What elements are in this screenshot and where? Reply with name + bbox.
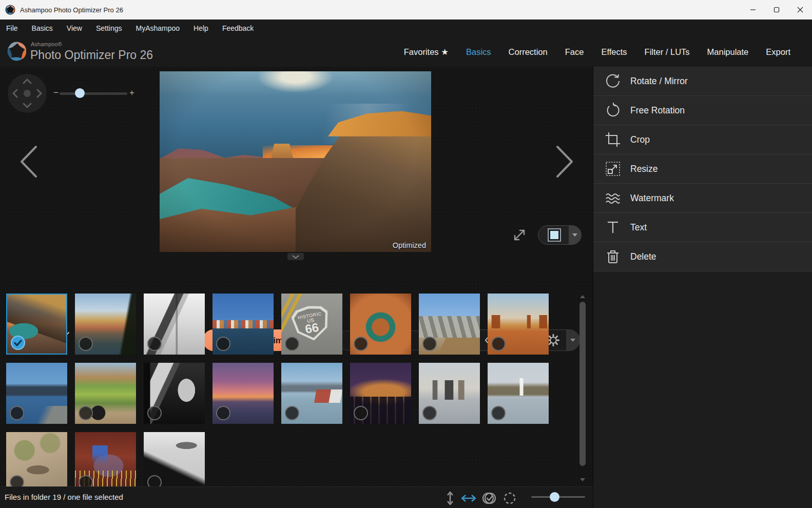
selection-badge[interactable] [147,406,162,420]
tab-manipulate[interactable]: Manipulate [707,47,749,57]
thumbnail-buddha-statue[interactable] [6,432,67,486]
header: Ashampoo® Photo Optimizer Pro 26 Favorit… [0,37,812,67]
thumbnail-monument-valley[interactable] [488,294,549,355]
fullscreen-icon[interactable] [511,226,528,244]
view-mode-button[interactable] [538,225,582,245]
select-all-icon[interactable] [481,491,497,506]
thumbnail-mailboxes[interactable] [419,294,480,355]
thumbnail-red-boathouse[interactable] [281,363,342,424]
delete-icon [605,248,621,265]
tool-text[interactable]: Text [593,213,812,242]
selection-badge[interactable] [147,337,162,351]
selection-badge[interactable] [147,475,162,486]
scroll-up-icon[interactable] [579,294,586,299]
tab-favorites[interactable]: Favorites ★ [404,47,449,57]
menu-file[interactable]: File [6,24,18,32]
fit-height-icon[interactable] [444,491,456,505]
previous-image-button[interactable] [16,144,40,180]
menu-view[interactable]: View [67,24,82,32]
selection-badge[interactable] [422,406,437,420]
view-mode-dropdown[interactable] [569,226,581,244]
canvas-area: − + Optimized [0,67,593,486]
zoom-slider: − + [51,87,139,100]
menu-help[interactable]: Help [194,24,208,32]
status-bar: Files in folder 19 / one file selected [0,486,593,508]
maximize-button[interactable] [765,0,788,19]
tab-face[interactable]: Face [565,47,584,57]
thumbnail-night-city[interactable] [350,363,411,424]
minimize-button[interactable] [741,0,765,19]
scrollbar-thumb[interactable] [579,302,586,466]
refresh-dashed-icon[interactable] [502,491,517,506]
zoom-slider-track[interactable] [60,92,127,95]
zoom-in-icon[interactable]: + [129,88,134,98]
brand-name-small: Ashampoo® [31,41,62,47]
selection-badge[interactable] [79,475,93,486]
tab-correction[interactable]: Correction [509,47,548,57]
thumbnail-green-truck[interactable] [75,363,136,424]
tool-label: Crop [630,134,650,145]
thumbnail-harbor-boathouses[interactable] [212,294,274,355]
menu-basics[interactable]: Basics [32,24,53,32]
selection-badge[interactable] [285,406,299,420]
selection-badge[interactable] [216,337,230,351]
thumbnail-sunset-bay[interactable] [212,363,274,424]
thumbnail-route-66-road[interactable]: HISTORIC US 66 [281,294,342,355]
selection-badge[interactable] [79,337,93,351]
tab-effects[interactable]: Effects [601,47,627,57]
thumbnail-size-slider[interactable] [531,496,585,498]
selection-badge[interactable] [11,336,25,350]
tool-delete[interactable]: Delete [593,242,812,271]
thumbnail-manarola-village[interactable] [75,294,136,355]
title-bar: Ashampoo Photo Optimizer Pro 26 [0,0,812,19]
tab-basics[interactable]: Basics [466,47,491,57]
tool-rotate-mirror[interactable]: Rotate / Mirror [593,67,812,96]
thumbnail-gondolas-bw[interactable] [144,432,205,486]
thumbnail-lake-bled-church[interactable] [488,363,549,424]
menu-feedback[interactable]: Feedback [222,24,254,32]
watermark-icon [605,190,621,206]
main-tabs: Favorites ★ Basics Correction Face Effec… [404,37,790,67]
zoom-out-icon[interactable]: − [53,88,59,98]
tool-free-rotation[interactable]: Free Rotation [593,96,812,125]
selection-badge[interactable] [422,337,437,351]
app-logo-icon [5,5,15,15]
tool-label: Watermark [630,193,674,204]
close-button[interactable] [788,0,812,19]
thumbnail-canyon-lake[interactable] [6,294,67,355]
menu-myashampoo[interactable]: MyAshampoo [136,24,180,32]
fit-width-icon[interactable] [461,491,476,505]
selection-badge[interactable] [491,337,506,351]
zoom-slider-thumb[interactable] [75,88,85,98]
selection-badge[interactable] [10,475,24,486]
selection-badge[interactable] [354,406,368,420]
pan-control[interactable] [8,74,47,113]
brand-logo-icon [7,41,27,62]
menu-settings[interactable]: Settings [96,24,122,32]
thumbnail-size-slider-thumb[interactable] [550,492,559,502]
collapse-preview-button[interactable] [287,253,304,260]
selection-badge[interactable] [285,337,299,351]
selection-badge[interactable] [10,406,24,420]
thumbnail-horseshoe-bend[interactable] [350,294,411,355]
thumbnail-stairs-bw[interactable] [144,363,205,424]
tool-watermark[interactable]: Watermark [593,184,812,213]
brand-name-large: Photo Optimizer Pro 26 [30,48,153,62]
preview-image[interactable]: Optimized [160,71,431,252]
scroll-down-icon[interactable] [579,477,586,482]
tool-label: Resize [630,164,658,174]
tab-filter-luts[interactable]: Filter / LUTs [645,47,690,57]
tab-export[interactable]: Export [766,47,790,57]
tool-crop[interactable]: Crop [593,125,812,154]
thumbnail-mountain-harbor[interactable] [6,363,67,424]
selection-badge[interactable] [491,406,506,420]
thumbnail-incense-sticks[interactable] [75,432,136,486]
selection-badge[interactable] [79,406,93,420]
thumbnail-city-skyline-reflection[interactable] [419,363,480,424]
selection-badge[interactable] [354,337,368,351]
single-view-icon[interactable] [538,226,570,244]
next-image-button[interactable] [553,144,577,180]
selection-badge[interactable] [216,406,230,420]
tool-resize[interactable]: Resize [593,154,812,184]
thumbnail-fog-bridge[interactable] [144,294,205,355]
